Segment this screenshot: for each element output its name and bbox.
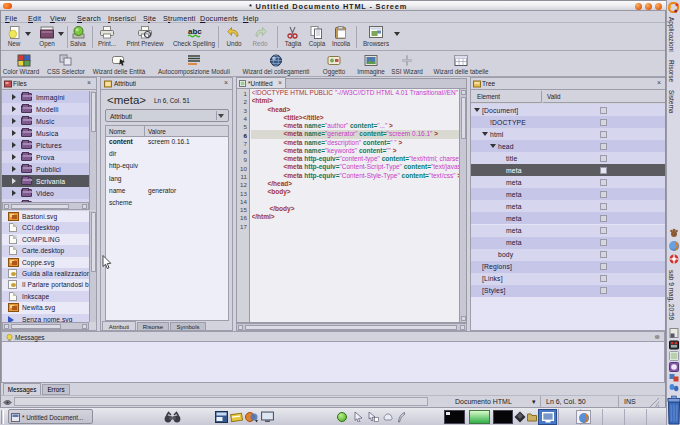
svg-text:abc: abc: [188, 27, 202, 36]
